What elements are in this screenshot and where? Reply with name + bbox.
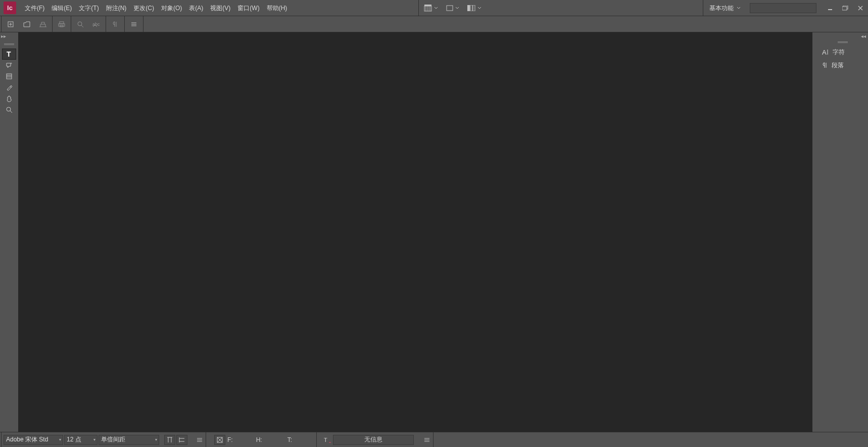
separator — [418, 0, 419, 16]
text-stats-icon: T — [324, 436, 331, 443]
separator — [703, 0, 703, 16]
svg-text:T: T — [7, 51, 11, 58]
expand-left-chevron[interactable]: ▸▸ — [1, 33, 6, 39]
maximize-button[interactable] — [838, 3, 853, 13]
document-canvas[interactable] — [18, 32, 812, 432]
menu-text[interactable]: 文字(T) — [75, 0, 102, 16]
tools-panel: T + — [0, 39, 18, 115]
character-panel-button[interactable]: A 字符 — [817, 46, 868, 59]
zoom-icon — [6, 106, 13, 113]
search-input[interactable] — [750, 3, 816, 13]
font-family-value: Adobe 宋体 Std — [6, 435, 48, 444]
menu-help[interactable]: 帮助(H) — [263, 0, 291, 16]
panel-grip[interactable] — [4, 43, 14, 46]
arrange-dropdown[interactable] — [463, 0, 486, 16]
frame-icon — [217, 437, 223, 443]
zoom-tool[interactable] — [2, 104, 16, 115]
open-button[interactable] — [19, 16, 35, 32]
eyedropper-tool[interactable] — [2, 82, 16, 93]
menu-object[interactable]: 对象(O) — [158, 0, 185, 16]
font-family-combo[interactable]: Adobe 宋体 Std▾ — [4, 435, 63, 445]
chevron-down-icon — [477, 6, 481, 10]
separator — [52, 16, 53, 32]
position-icon — [6, 73, 13, 80]
minimize-button[interactable] — [823, 3, 838, 13]
showhidden-button[interactable] — [107, 16, 123, 32]
menu-table[interactable]: 表(A) — [185, 0, 207, 16]
menu-file[interactable]: 文件(F) — [21, 0, 48, 16]
spellcheck-button[interactable]: abc — [88, 16, 105, 32]
svg-text:+: + — [10, 62, 12, 65]
menu-table-label: 表(A) — [189, 5, 203, 12]
type-tool[interactable]: T — [2, 49, 16, 60]
chevron-down-icon: ▾ — [155, 437, 157, 442]
svg-rect-11 — [842, 7, 847, 10]
text-stats-button[interactable]: T — [322, 435, 333, 445]
separator — [206, 432, 206, 448]
info-flyout-button[interactable] — [422, 432, 432, 448]
menu-changes[interactable]: 更改(C) — [130, 0, 158, 16]
separator — [106, 16, 106, 32]
separator — [1, 16, 2, 32]
svg-rect-8 — [473, 5, 475, 11]
svg-point-21 — [78, 22, 82, 26]
character-icon: A — [822, 49, 829, 56]
chevron-down-icon — [455, 6, 459, 10]
workspace-label: 基本功能 — [709, 0, 734, 16]
bridge-dropdown[interactable] — [420, 0, 442, 16]
expand-right-chevron[interactable]: ◂◂ — [861, 33, 866, 39]
print-button[interactable] — [54, 16, 70, 32]
separator — [143, 16, 143, 32]
svg-point-32 — [7, 107, 11, 111]
hand-tool[interactable] — [2, 93, 16, 104]
separator — [124, 16, 125, 32]
arrange-icon — [467, 5, 475, 11]
panel-grip[interactable] — [838, 41, 848, 43]
menu-edit-label: 编辑(E) — [52, 5, 72, 12]
new-button[interactable] — [3, 16, 19, 32]
note-tool[interactable]: + — [2, 60, 16, 71]
menu-view[interactable]: 视图(V) — [207, 0, 234, 16]
app-logo: Ic — [4, 2, 16, 14]
svg-rect-18 — [60, 22, 64, 24]
screen-icon — [446, 5, 453, 11]
menu-notes-label: 附注(N) — [106, 5, 127, 12]
h-label: H: — [256, 436, 262, 443]
folder-icon — [23, 21, 30, 27]
minimize-icon — [828, 6, 833, 11]
position-tool[interactable] — [2, 71, 16, 82]
svg-text:T: T — [324, 437, 327, 443]
svg-line-33 — [10, 111, 12, 113]
font-size-combo[interactable]: 12 点▾ — [64, 435, 98, 445]
spellcheck-icon: abc — [92, 21, 101, 27]
close-icon — [858, 6, 863, 11]
frame-button[interactable] — [214, 435, 225, 445]
control-toolbar: abc — [0, 16, 868, 32]
menu-window[interactable]: 窗口(W) — [234, 0, 263, 16]
menu-object-label: 对象(O) — [161, 5, 182, 12]
svg-rect-6 — [467, 5, 470, 11]
screenmode-dropdown[interactable] — [442, 0, 463, 16]
menu-icon — [424, 437, 430, 442]
app-logo-text: Ic — [7, 4, 13, 12]
t-label: T: — [287, 436, 292, 443]
menu-notes[interactable]: 附注(N) — [103, 0, 130, 16]
menu-window-label: 窗口(W) — [237, 5, 259, 12]
leading-combo[interactable]: 单倍间距▾ — [99, 435, 159, 445]
find-button[interactable] — [72, 16, 88, 32]
paragraph-panel-button[interactable]: 段落 — [817, 59, 868, 72]
menu-icon — [197, 437, 203, 442]
workspace-selector[interactable]: 基本功能 — [704, 0, 744, 16]
char-flyout-button[interactable] — [195, 432, 205, 448]
type-icon: T — [6, 51, 13, 58]
close-button[interactable] — [853, 3, 868, 13]
save-icon — [39, 21, 46, 27]
hand-icon — [6, 95, 13, 102]
menu-edit[interactable]: 编辑(E) — [48, 0, 75, 16]
character-panel-label: 字符 — [833, 48, 845, 57]
svg-rect-7 — [470, 5, 472, 11]
horizontal-text-button[interactable] — [176, 435, 187, 445]
vertical-text-button[interactable] — [164, 435, 175, 445]
flyout-button[interactable] — [126, 16, 142, 32]
save-button[interactable] — [35, 16, 51, 32]
